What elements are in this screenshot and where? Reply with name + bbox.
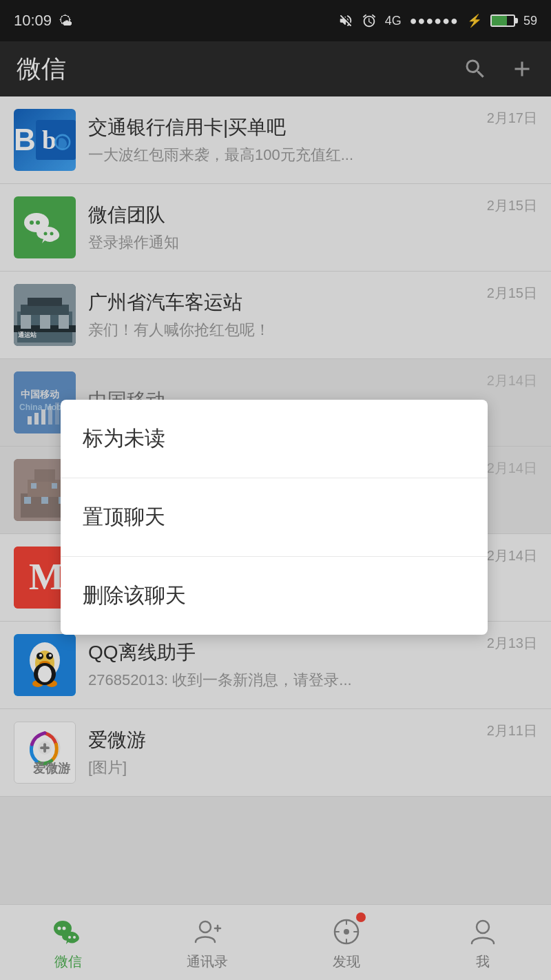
context-mark-unread[interactable]: 标为未读 <box>61 400 488 478</box>
context-pin-chat[interactable]: 置顶聊天 <box>61 478 488 557</box>
context-delete-chat[interactable]: 删除该聊天 <box>61 557 488 635</box>
context-menu: 标为未读 置顶聊天 删除该聊天 <box>61 400 488 635</box>
